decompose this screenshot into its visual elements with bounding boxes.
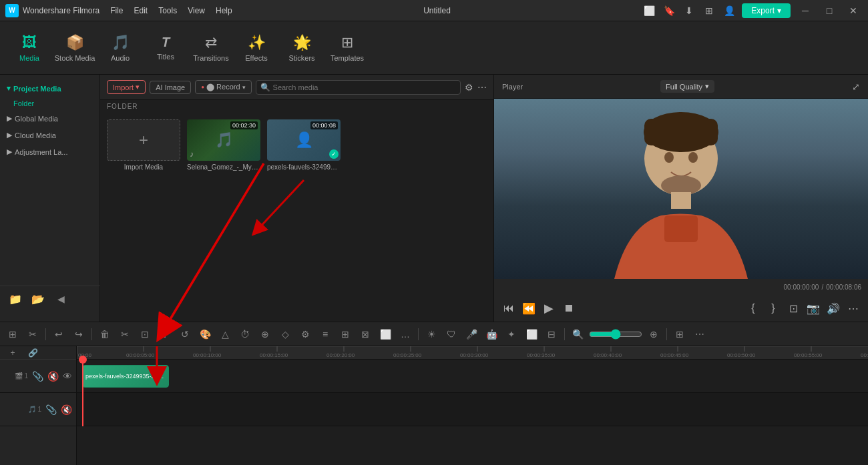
menu-file[interactable]: File	[110, 6, 123, 15]
effects-icon: ✨	[248, 34, 266, 51]
toolbar-transitions[interactable]: ⇄ Transitions	[188, 25, 234, 71]
snapshot-button[interactable]: 📷	[804, 299, 823, 318]
toolbar-media[interactable]: 🖼 Media	[7, 25, 52, 71]
video-clip[interactable]: pexels-fauvels-3249935-3840...	[82, 365, 169, 388]
video-track-icon[interactable]: 📎	[32, 371, 43, 382]
bookmark-icon[interactable]: 🔖	[662, 3, 676, 18]
zoom-in-btn[interactable]: ⊕	[645, 326, 662, 343]
layout-btn[interactable]: ⊞	[671, 326, 688, 343]
minimize-button[interactable]: ─	[796, 1, 815, 20]
timeline-tracks: pexels-fauvels-3249935-3840...	[77, 360, 868, 426]
download-icon[interactable]: ⬇	[682, 3, 696, 18]
menu-help[interactable]: Help	[216, 6, 232, 15]
cut-btn[interactable]: ✂	[116, 326, 134, 343]
menu-tools[interactable]: Tools	[158, 6, 177, 15]
toolbar-stickers[interactable]: 🌟 Stickers	[279, 25, 324, 71]
svg-text:00:00:35:00: 00:00:35:00	[527, 352, 556, 358]
more-icon[interactable]: ⋯	[477, 82, 487, 93]
collapse-icon[interactable]: ◀	[52, 290, 69, 308]
speed-btn[interactable]: ⏱	[236, 326, 254, 343]
svg-text:00:00:50:00: 00:00:50:00	[727, 352, 756, 358]
export-button[interactable]: Export ▾	[742, 3, 791, 18]
record-button[interactable]: ● ⬤ Record ▾	[195, 80, 251, 94]
monitor2-btn[interactable]: ⬜	[523, 326, 540, 343]
folder-button[interactable]: Folder	[0, 97, 47, 110]
audio-lock-icon[interactable]: 📎	[45, 404, 57, 415]
filter-icon[interactable]: ⚙	[465, 82, 473, 93]
zoom-out-btn[interactable]: 🔍	[569, 326, 586, 343]
toolbar-effects[interactable]: ✨ Effects	[234, 25, 279, 71]
toolbar-stock-media[interactable]: 📦 Stock Media	[52, 25, 97, 71]
grid-icon[interactable]: ⊞	[702, 3, 716, 18]
maximize-button[interactable]: □	[820, 1, 839, 20]
shield-btn[interactable]: 🛡	[443, 326, 460, 343]
add-folder-icon[interactable]: 📁	[7, 290, 24, 308]
mark-in-button[interactable]: {	[744, 299, 763, 318]
ripple-btn[interactable]: ↺	[176, 326, 194, 343]
import-media-thumb[interactable]: + Import Media	[107, 119, 180, 171]
settings-button[interactable]: ⋯	[844, 299, 863, 318]
mic-btn[interactable]: 🎤	[463, 326, 480, 343]
audio-track-btn[interactable]: ≡	[316, 326, 334, 343]
mark-out-button[interactable]: }	[764, 299, 783, 318]
color-btn[interactable]: 🎨	[196, 326, 214, 343]
text-btn[interactable]: T	[156, 326, 174, 343]
title-bar-left: W Wondershare Filmora File Edit Tools Vi…	[5, 4, 232, 17]
monitor-icon[interactable]: ⬜	[642, 3, 656, 18]
fit-button[interactable]: ⊡	[784, 299, 803, 318]
media-thumb-selena[interactable]: 🎵 00:02:30 ♪ Selena_Gomez_-_My_...	[187, 119, 260, 171]
crop-btn[interactable]: ⊡	[136, 326, 154, 343]
overlay-btn[interactable]: ⊟	[543, 326, 560, 343]
preview-video	[494, 99, 868, 279]
import-folder-icon[interactable]: 📂	[29, 290, 47, 308]
scene-detect-btn[interactable]: ⊞	[4, 326, 21, 343]
import-button[interactable]: Import ▾	[107, 80, 146, 94]
user-icon[interactable]: 👤	[722, 3, 736, 18]
compound-btn[interactable]: ⊠	[357, 326, 374, 343]
project-media-header[interactable]: ▾ Project Media	[0, 80, 99, 97]
cloud-media-header[interactable]: ▶ Cloud Media	[0, 127, 99, 143]
quality-selector[interactable]: Full Quality ▾	[660, 80, 714, 93]
close-button[interactable]: ✕	[844, 1, 863, 20]
delete-btn[interactable]: 🗑	[96, 326, 114, 343]
more-tl-btn[interactable]: ⋯	[691, 326, 708, 343]
sparkle-btn[interactable]: ✦	[503, 326, 520, 343]
trim-btn[interactable]: ✂	[24, 326, 41, 343]
svg-rect-9	[671, 192, 691, 209]
toolbar-titles[interactable]: T Titles	[143, 25, 188, 71]
adjustment-layer-header[interactable]: ▶ Adjustment La...	[0, 143, 99, 160]
sun-btn[interactable]: ☀	[423, 326, 440, 343]
erase-btn[interactable]: ◇	[276, 326, 294, 343]
audio-adjust-btn[interactable]: ⚙	[296, 326, 314, 343]
timeline-ruler: 00:00 00:00:05:00 00:00:10:00 00:00:15:0…	[77, 346, 868, 360]
search-input[interactable]	[273, 83, 456, 91]
pip-btn[interactable]: ⬜	[377, 326, 394, 343]
menu-view[interactable]: View	[188, 6, 205, 15]
menu-bar: File Edit Tools View Help	[110, 6, 232, 15]
toolbar-audio[interactable]: 🎵 Audio	[97, 25, 143, 71]
volume-button[interactable]: 🔊	[824, 299, 843, 318]
toolbar-templates[interactable]: ⊞ Templates	[324, 25, 370, 71]
stabilize-btn[interactable]: ⊕	[256, 326, 274, 343]
ai-btn[interactable]: 🤖	[483, 326, 500, 343]
step-back-button[interactable]: ⏪	[519, 299, 538, 318]
global-media-header[interactable]: ▶ Global Media	[0, 110, 99, 127]
ai-image-button[interactable]: AI Image	[150, 81, 191, 94]
redo-btn[interactable]: ↪	[70, 326, 87, 343]
mask-btn[interactable]: △	[216, 326, 234, 343]
multi-cam-btn[interactable]: ⊞	[337, 326, 354, 343]
eye-icon[interactable]: 👁	[63, 371, 72, 382]
play-button[interactable]: ▶	[539, 299, 558, 318]
prev-frame-button[interactable]: ⏮	[499, 299, 518, 318]
lock-icon[interactable]: 🔇	[47, 371, 59, 382]
subtitle-btn[interactable]: …	[397, 326, 414, 343]
media-thumb-pexels[interactable]: 👤 00:00:08 ✓ pexels-fauvels-324993-...	[267, 119, 341, 171]
preview-controls: ⏮ ⏪ ▶ ⏹ { } ⊡ 📷 🔊 ⋯	[494, 295, 868, 322]
stop-button[interactable]: ⏹	[560, 299, 578, 318]
fullscreen-icon[interactable]: ⤢	[852, 81, 860, 92]
audio-mute-icon[interactable]: 🔇	[61, 404, 72, 415]
undo-btn[interactable]: ↩	[50, 326, 67, 343]
menu-edit[interactable]: Edit	[134, 6, 148, 15]
zoom-slider[interactable]	[589, 329, 642, 340]
chevron-down-icon: ▾	[705, 82, 709, 91]
